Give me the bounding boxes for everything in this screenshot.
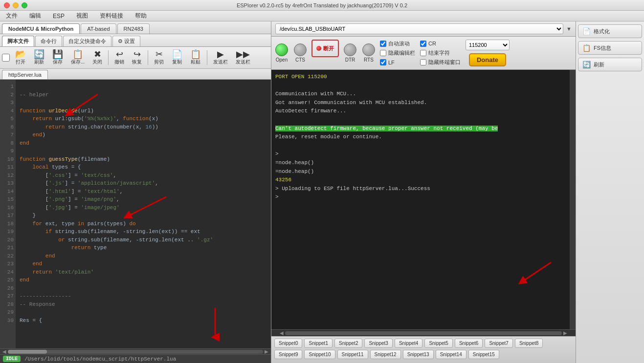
scroll-right-btn[interactable]: ▶	[263, 349, 270, 354]
refresh-btn[interactable]: 🔄 刷新	[30, 48, 48, 67]
terminal-container: PORT OPEN 115200 Communication with MCU.…	[271, 70, 576, 363]
term-scroll-left[interactable]: ◀	[278, 330, 285, 336]
format-label: 格式化	[594, 28, 610, 35]
cb-auto-scroll[interactable]	[380, 41, 386, 47]
terminal-h-scrollbar[interactable]: ◀ ▶	[271, 329, 576, 336]
checkbox-area: 自动滚动 CR 隐藏编辑栏 结束字符 LF	[380, 40, 461, 66]
snippet-2[interactable]: Snippet2	[334, 339, 362, 348]
snippet-4[interactable]: Snippet4	[395, 339, 422, 348]
scroll-left-btn[interactable]: ◀	[1, 349, 8, 354]
snippet-11[interactable]: Snippet11	[337, 350, 368, 359]
rts-led	[362, 43, 375, 56]
menu-view[interactable]: 视图	[74, 11, 90, 21]
close-file-btn[interactable]: ✖ 关闭	[89, 48, 106, 67]
term-line-13: 43256	[275, 176, 572, 185]
cb-lf[interactable]	[380, 59, 386, 65]
fs-info-btn[interactable]: 📋 FS信息	[578, 41, 642, 55]
term-h-track	[285, 331, 562, 335]
code-text[interactable]: -- helper function urlDecode(url) return…	[16, 80, 271, 348]
minimize-window-btn[interactable]	[13, 2, 19, 8]
left-panel: NodeMCU & MicroPython AT-based RN2483 脚本…	[0, 21, 271, 363]
file-tab-httpserver[interactable]: httpServer.lua	[2, 70, 48, 79]
tab-at-based[interactable]: AT-based	[81, 23, 116, 34]
baud-select[interactable]: 115200 9600 57600 230400	[466, 40, 510, 50]
close-window-btn[interactable]	[4, 2, 10, 8]
copy-btn[interactable]: 📄 复制	[168, 48, 186, 67]
cb-hide-edit-row: 隐藏编辑栏	[380, 49, 415, 57]
cb-cr[interactable]	[420, 41, 426, 47]
subtab-cmd[interactable]: 命令行	[35, 36, 62, 46]
send-btn[interactable]: ▶ 发送栏	[210, 48, 231, 67]
cts-conn-btn[interactable]: CTS	[294, 43, 307, 63]
donate-button[interactable]: Donate	[469, 53, 506, 66]
checkbox-all[interactable]	[2, 54, 10, 62]
snippet-15[interactable]: Snippet15	[468, 350, 499, 359]
menu-edit[interactable]: 编辑	[27, 11, 43, 21]
snippet-12[interactable]: Snippet12	[370, 350, 401, 359]
saveas-btn[interactable]: 📋 保存...	[67, 48, 88, 67]
open-conn-btn[interactable]: Open	[275, 43, 288, 63]
cts-led	[294, 43, 307, 56]
snippet-8[interactable]: Snippet8	[515, 339, 543, 348]
snippet-13[interactable]: Snippet13	[403, 350, 434, 359]
send2-btn[interactable]: ▶▶ 发送栏	[232, 48, 254, 67]
code-editor[interactable]: 12345 678910 1112131415 1617181920 21222…	[0, 80, 271, 348]
menu-file[interactable]: 文件	[4, 11, 20, 21]
menu-resources[interactable]: 资料链接	[98, 11, 125, 21]
snippet-10[interactable]: Snippet10	[304, 350, 335, 359]
snippet-3[interactable]: Snippet3	[364, 339, 392, 348]
cb-end-char[interactable]	[420, 50, 426, 56]
subtab-settings[interactable]: ⚙ 设置	[112, 36, 140, 46]
menu-esp[interactable]: ESP	[51, 12, 67, 21]
rts-btn[interactable]: RTS	[362, 43, 375, 63]
cut-icon: ✂	[155, 50, 163, 59]
cb-hide-edit[interactable]	[380, 50, 386, 56]
term-scroll-right[interactable]: ▶	[562, 330, 569, 336]
paste-btn[interactable]: 📋 粘贴	[187, 48, 204, 67]
snippet-14[interactable]: Snippet14	[436, 350, 466, 359]
send-icon: ▶	[217, 50, 224, 59]
cut-btn[interactable]: ✂ 剪切	[151, 48, 167, 67]
subtab-custom[interactable]: 自定义快捷命令	[63, 36, 111, 46]
snippet-5[interactable]: Snippet5	[424, 339, 452, 348]
subtab-script[interactable]: 脚本文件	[2, 36, 34, 46]
snippet-row-1: Snippet0 Snippet1 Snippet2 Snippet3 Snip…	[274, 339, 573, 348]
undo-btn[interactable]: ↩ 撤销	[111, 48, 128, 67]
side-refresh-btn[interactable]: 🔄 刷新	[578, 58, 642, 71]
snippet-7[interactable]: Snippet7	[485, 339, 512, 348]
dtr-btn[interactable]: DTR	[344, 43, 356, 63]
maximize-window-btn[interactable]	[22, 2, 27, 8]
format-btn[interactable]: 📄 格式化	[578, 24, 642, 38]
h-scroll-thumb[interactable]	[8, 350, 47, 354]
save-btn[interactable]: 💾 保存	[49, 48, 67, 67]
disconnect-btn[interactable]: 断开	[311, 40, 339, 66]
close-file-icon: ✖	[94, 50, 101, 59]
tab-rn2483[interactable]: RN2483	[117, 23, 150, 34]
snippet-6[interactable]: Snippet6	[455, 339, 483, 348]
terminal[interactable]: PORT OPEN 115200 Communication with MCU.…	[271, 70, 576, 329]
snippet-9[interactable]: Snippet9	[274, 350, 302, 359]
menu-bar: 文件 编辑 ESP 视图 资料链接 帮助	[0, 11, 644, 21]
cb-auto-scroll-label: 自动滚动	[388, 40, 410, 47]
snippet-0[interactable]: Snippet0	[274, 339, 302, 348]
port-select[interactable]: /dev/cu.SLAB_USBtoUART	[275, 23, 563, 34]
cb-hide-terminal-label: 隐藏终端窗口	[428, 59, 461, 66]
side-panel: 📄 格式化 📋 FS信息 🔄 刷新	[576, 21, 644, 363]
conn-buttons: Open CTS	[275, 40, 307, 66]
title-bar: ESPlorer v0.2.0-rc5 by 4refrOnt Translat…	[0, 0, 644, 11]
cb-hide-terminal[interactable]	[420, 59, 426, 65]
undo-icon: ↩	[116, 50, 123, 59]
connection-controls: Open CTS 断开 DTR	[271, 37, 576, 70]
open-btn[interactable]: 📂 打开	[12, 48, 29, 67]
line-numbers: 12345 678910 1112131415 1617181920 21222…	[0, 80, 16, 348]
menu-help[interactable]: 帮助	[133, 11, 149, 21]
window-controls	[4, 2, 27, 8]
h-scrollbar-left[interactable]: ◀ ▶	[0, 348, 271, 354]
snippet-1[interactable]: Snippet1	[304, 339, 332, 348]
left-toolbar: 📂 打开 🔄 刷新 💾 保存 📋 保存... ✖ 关闭 ↩ 撤	[0, 47, 271, 69]
terminal-v-scrollbar[interactable]	[570, 70, 576, 329]
tab-nodemcu[interactable]: NodeMCU & MicroPython	[2, 23, 80, 34]
baud-area: 115200 9600 57600 230400 Donate	[466, 40, 510, 66]
redo-btn[interactable]: ↪ 恢复	[129, 48, 145, 67]
term-line-15: >	[275, 193, 572, 202]
